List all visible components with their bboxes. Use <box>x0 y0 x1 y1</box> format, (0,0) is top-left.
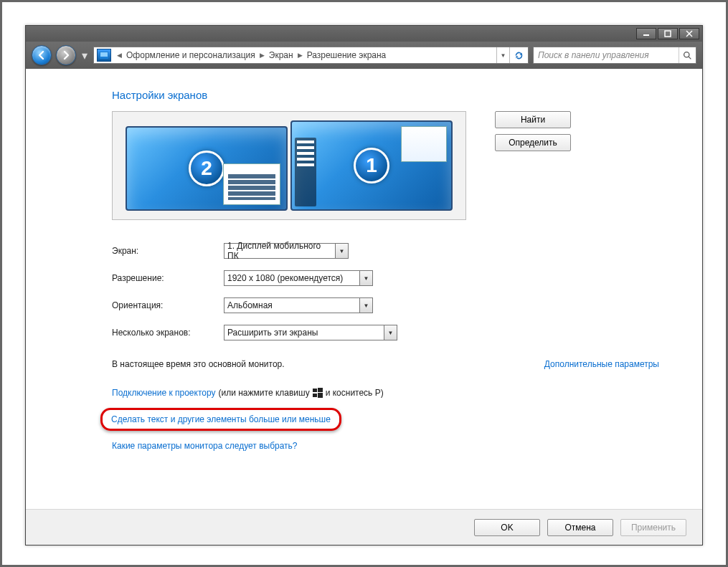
decoration-icon <box>401 126 447 162</box>
close-button[interactable] <box>679 28 699 39</box>
highlight-callout: Сделать текст и другие элементы больше и… <box>100 408 341 431</box>
apply-button: Применить <box>620 519 686 536</box>
monitor-2-label: 2 <box>189 151 224 186</box>
svg-rect-8 <box>313 389 317 392</box>
page-title: Настройки экранов <box>112 89 659 101</box>
svg-rect-9 <box>318 388 323 392</box>
decoration-icon <box>223 163 280 205</box>
chevron-down-icon[interactable]: ▼ <box>384 325 397 340</box>
refresh-button[interactable] <box>509 47 528 63</box>
breadcrumb-display[interactable]: Экран <box>268 50 295 60</box>
svg-line-7 <box>689 57 691 59</box>
titlebar <box>26 26 702 42</box>
resolution-label: Разрешение: <box>112 273 224 283</box>
text-size-link[interactable]: Сделать текст и другие элементы больше и… <box>111 414 331 424</box>
decoration-icon <box>295 138 316 206</box>
chevron-right-icon: ▶ <box>295 52 306 59</box>
projector-link[interactable]: Подключение к проектору <box>112 388 216 398</box>
svg-rect-11 <box>318 393 323 398</box>
history-dropdown[interactable]: ▾ <box>80 45 89 65</box>
monitor-1-label: 1 <box>354 148 389 184</box>
svg-rect-10 <box>313 394 317 397</box>
chevron-down-icon[interactable]: ▼ <box>360 297 373 313</box>
address-bar[interactable]: ◀ Оформление и персонализация ▶ Экран ▶ … <box>93 47 529 64</box>
projector-hint-b: и коснитесь P) <box>326 388 384 398</box>
address-dropdown[interactable]: ▼ <box>496 47 509 63</box>
monitors-preview[interactable]: 2 1 <box>112 111 466 220</box>
search-input[interactable]: Поиск в панели управления <box>533 47 696 64</box>
cancel-button[interactable]: Отмена <box>547 519 613 536</box>
minimize-button[interactable] <box>636 28 656 39</box>
monitor-1[interactable]: 1 <box>290 120 453 211</box>
orientation-select[interactable]: Альбомная <box>224 297 360 313</box>
ok-button[interactable]: OK <box>474 519 540 536</box>
action-bar: OK Отмена Применить <box>26 509 702 545</box>
multiple-displays-label: Несколько экранов: <box>112 328 224 338</box>
breadcrumb-appearance[interactable]: Оформление и персонализация <box>125 50 257 60</box>
navbar: ▾ ◀ Оформление и персонализация ▶ Экран … <box>26 42 702 69</box>
search-icon[interactable] <box>679 47 696 63</box>
which-settings-link[interactable]: Какие параметры монитора следует выбрать… <box>112 441 659 451</box>
svg-rect-5 <box>100 52 108 57</box>
svg-rect-1 <box>665 31 671 37</box>
identify-button[interactable]: Определить <box>495 134 571 151</box>
multiple-displays-select[interactable]: Расширить эти экраны <box>224 325 384 340</box>
chevron-down-icon[interactable]: ▼ <box>336 243 349 259</box>
projector-hint-a: (или нажмите клавишу <box>219 388 310 398</box>
chevron-left-icon[interactable]: ◀ <box>114 52 125 59</box>
search-placeholder: Поиск в панели управления <box>538 50 649 60</box>
screen-label: Экран: <box>112 246 224 256</box>
windows-key-icon <box>313 388 323 398</box>
resolution-select[interactable]: 1920 x 1080 (рекомендуется) <box>224 270 360 286</box>
forward-button[interactable] <box>56 45 76 65</box>
content-area: Настройки экранов 2 1 Найти Определить <box>26 69 702 545</box>
find-button[interactable]: Найти <box>495 111 571 128</box>
chevron-right-icon: ▶ <box>257 52 268 59</box>
breadcrumb-resolution[interactable]: Разрешение экрана <box>306 50 388 60</box>
advanced-settings-link[interactable]: Дополнительные параметры <box>544 359 659 369</box>
monitor-2[interactable]: 2 <box>126 126 288 211</box>
chevron-down-icon[interactable]: ▼ <box>360 270 373 286</box>
primary-monitor-status: В настоящее время это основной монитор. <box>112 359 285 369</box>
svg-point-6 <box>684 52 689 57</box>
orientation-label: Ориентация: <box>112 300 224 310</box>
control-panel-icon <box>97 49 111 62</box>
screen-select[interactable]: 1. Дисплей мобильного ПК <box>224 243 336 259</box>
back-button[interactable] <box>32 45 52 65</box>
maximize-button[interactable] <box>658 28 678 39</box>
